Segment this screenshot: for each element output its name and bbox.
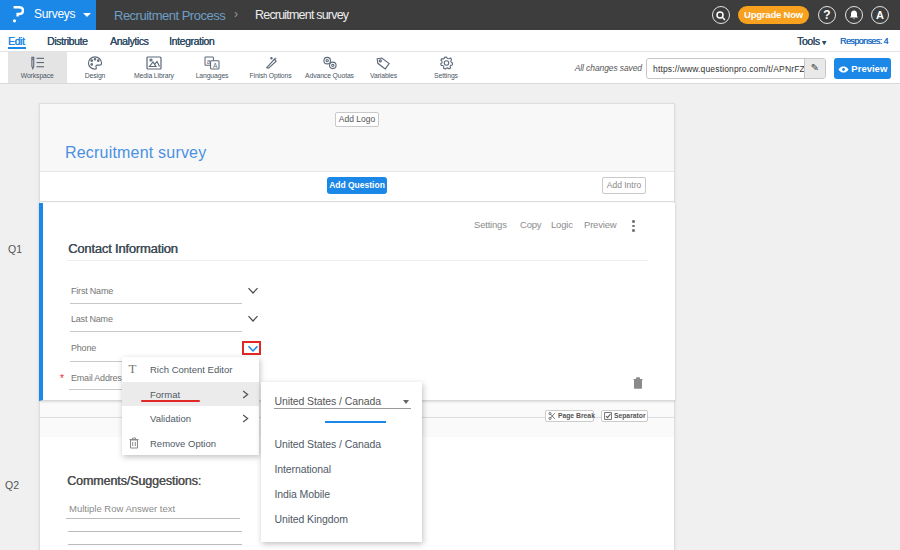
svg-text:A: A <box>213 62 218 69</box>
svg-text:a: a <box>207 58 211 65</box>
